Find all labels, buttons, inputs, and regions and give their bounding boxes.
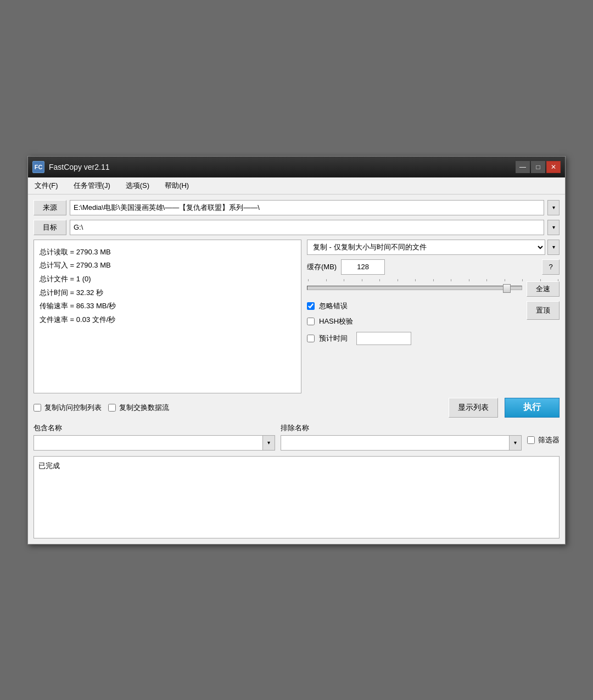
estimated-time-checkbox[interactable]	[307, 335, 315, 342]
source-dropdown-btn[interactable]: ▾	[547, 200, 560, 215]
tick-5	[379, 279, 380, 281]
ignore-errors-label: 忽略错误	[319, 301, 348, 311]
include-filter-combo: ▾	[33, 435, 275, 451]
slider-container: 全速	[307, 279, 560, 297]
cache-label: 缓存(MB)	[307, 262, 337, 272]
estimated-time-label: 预计时间	[319, 334, 348, 343]
target-input[interactable]	[70, 220, 544, 235]
stat-transfer-rate: 传输速率 = 86.33 MB/秒	[40, 299, 295, 313]
filter-row: 包含名称 ▾ 排除名称 ▾ 筛选器	[33, 423, 560, 451]
ontop-button[interactable]: 置顶	[527, 301, 560, 320]
log-text: 已完成	[38, 462, 60, 470]
tick-13	[522, 279, 523, 281]
ignore-errors-row: 忽略错误	[307, 301, 411, 311]
exclude-filter-label: 排除名称	[281, 423, 522, 433]
cache-row: 缓存(MB) ?	[307, 259, 560, 275]
menu-task-mgr[interactable]: 任务管理(J)	[71, 180, 113, 192]
copy-stream-row: 复制交换数据流	[108, 403, 169, 413]
ignore-errors-checkbox[interactable]	[307, 302, 315, 310]
target-button[interactable]: 目标	[33, 220, 66, 235]
help-button[interactable]: ?	[542, 259, 560, 275]
copy-acl-checkbox[interactable]	[33, 404, 41, 412]
main-window: FC FastCopy ver2.11 — □ ✕ 文件(F) 任务管理(J) …	[27, 156, 566, 545]
estimated-time-display	[356, 332, 411, 345]
slider-row: 全速	[307, 281, 560, 297]
app-icon: FC	[32, 161, 44, 173]
main-content: 来源 ▾ 目标 ▾ 总计读取 = 2790.3 MB 总计写入 = 2790.3…	[28, 195, 565, 544]
target-dropdown-btn[interactable]: ▾	[547, 220, 560, 235]
tick-8	[433, 279, 434, 281]
tick-3	[344, 279, 344, 281]
tick-10	[469, 279, 469, 281]
exclude-filter-input[interactable]	[281, 435, 510, 451]
checkbox-group: 忽略错误 HASH校验 预计时间	[307, 301, 411, 345]
filter-checkbox-group: 筛选器	[527, 423, 560, 445]
copy-acl-label: 复制访问控制列表	[44, 403, 102, 413]
include-filter-dropdown[interactable]: ▾	[263, 435, 275, 451]
speed-slider-thumb[interactable]	[503, 284, 511, 293]
menu-bar: 文件(F) 任务管理(J) 选项(S) 帮助(H)	[28, 177, 565, 195]
copy-mode-dropdown-btn[interactable]: ▾	[547, 240, 560, 255]
middle-section: 总计读取 = 2790.3 MB 总计写入 = 2790.3 MB 总计文件 =…	[33, 240, 560, 393]
copy-mode-row: 复制 - 仅复制大小与时间不同的文件 ▾	[307, 240, 560, 255]
menu-options[interactable]: 选项(S)	[124, 180, 152, 192]
title-controls: — □ ✕	[516, 161, 561, 173]
minimize-button[interactable]: —	[516, 161, 530, 173]
close-button[interactable]: ✕	[546, 161, 561, 173]
cache-input[interactable]	[341, 259, 385, 275]
window-title: FastCopy ver2.11	[49, 163, 110, 171]
log-area: 已完成	[33, 456, 560, 538]
execute-button[interactable]: 执行	[505, 398, 560, 418]
tick-1	[308, 279, 309, 281]
copy-stream-checkbox[interactable]	[108, 404, 116, 412]
bottom-controls: 复制访问控制列表 复制交换数据流 显示列表 执行	[33, 398, 560, 418]
exclude-filter-group: 排除名称 ▾	[281, 423, 522, 451]
include-filter-label: 包含名称	[33, 423, 275, 433]
filter-checkbox[interactable]	[527, 436, 535, 444]
tick-12	[505, 279, 505, 281]
show-list-button[interactable]: 显示列表	[449, 398, 498, 418]
full-speed-button[interactable]: 全速	[527, 281, 560, 297]
copy-acl-row: 复制访问控制列表	[33, 403, 102, 413]
filter-label: 筛选器	[538, 435, 560, 445]
copy-stream-label: 复制交换数据流	[119, 403, 169, 413]
tick-7	[415, 279, 416, 281]
stat-file-rate: 文件速率 = 0.03 文件/秒	[40, 313, 295, 327]
stat-time: 总计时间 = 32.32 秒	[40, 286, 295, 300]
source-row: 来源 ▾	[33, 200, 560, 215]
include-filter-input[interactable]	[33, 435, 263, 451]
source-input[interactable]	[70, 200, 544, 215]
menu-help[interactable]: 帮助(H)	[163, 180, 191, 192]
maximize-button[interactable]: □	[531, 161, 545, 173]
hash-verify-label: HASH校验	[319, 316, 353, 326]
title-bar-left: FC FastCopy ver2.11	[32, 161, 110, 173]
options-row: 忽略错误 HASH校验 预计时间 置顶	[307, 301, 560, 345]
estimated-time-row: 预计时间	[307, 332, 411, 345]
speed-slider-track[interactable]	[307, 286, 522, 290]
tick-4	[362, 279, 362, 281]
stats-panel: 总计读取 = 2790.3 MB 总计写入 = 2790.3 MB 总计文件 =…	[33, 240, 301, 393]
tick-2	[326, 279, 327, 281]
exclude-filter-combo: ▾	[281, 435, 522, 451]
exclude-filter-dropdown[interactable]: ▾	[510, 435, 522, 451]
stat-read: 总计读取 = 2790.3 MB	[40, 246, 295, 259]
title-bar: FC FastCopy ver2.11 — □ ✕	[28, 157, 565, 177]
right-panel: 复制 - 仅复制大小与时间不同的文件 ▾ 缓存(MB) ?	[307, 240, 560, 393]
target-row: 目标 ▾	[33, 220, 560, 235]
tick-9	[451, 279, 451, 281]
hash-verify-checkbox[interactable]	[307, 318, 315, 325]
menu-file[interactable]: 文件(F)	[32, 180, 60, 192]
tick-6	[398, 279, 398, 281]
source-button[interactable]: 来源	[33, 200, 66, 215]
copy-mode-select[interactable]: 复制 - 仅复制大小与时间不同的文件	[307, 240, 545, 255]
hash-verify-row: HASH校验	[307, 316, 411, 326]
tick-11	[486, 279, 487, 281]
stat-write: 总计写入 = 2790.3 MB	[40, 259, 295, 273]
include-filter-group: 包含名称 ▾	[33, 423, 275, 451]
stat-files: 总计文件 = 1 (0)	[40, 273, 295, 286]
